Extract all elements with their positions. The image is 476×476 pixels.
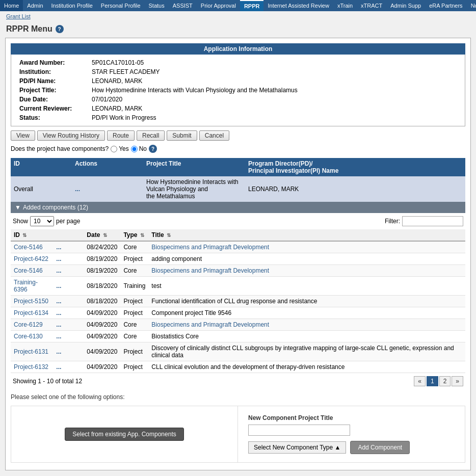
col-actions: Actions: [75, 160, 146, 174]
comp-actions[interactable]: ...: [53, 241, 84, 253]
comp-id[interactable]: Project-6134: [11, 307, 53, 319]
comp-actions[interactable]: ...: [53, 307, 84, 319]
component-title-link[interactable]: Biospecimens and Primagraft Development: [151, 244, 269, 251]
nav-item-non-research[interactable]: Non-Research: [467, 0, 476, 11]
comp-id[interactable]: Project-5150: [11, 296, 53, 307]
page-title: RPPR Menu: [6, 24, 52, 34]
app-info-field-label: Institution:: [17, 68, 89, 76]
comp-actions[interactable]: ...: [53, 253, 84, 265]
pagination-next[interactable]: »: [452, 376, 463, 386]
comp-id[interactable]: Core-5146: [11, 241, 53, 253]
nav-item-status[interactable]: Status: [145, 0, 169, 11]
nav-item-prior-approval[interactable]: Prior Approval: [197, 0, 240, 11]
app-info-body: Award Number:5P01CA170101-05Institution:…: [11, 55, 465, 126]
comp-title[interactable]: Biospecimens and Primagraft Development: [148, 265, 465, 277]
add-component-btn[interactable]: Add Component: [350, 441, 410, 454]
components-help-icon[interactable]: ?: [149, 145, 157, 153]
comp-id[interactable]: Project-6422: [11, 253, 53, 265]
radio-yes[interactable]: [111, 146, 117, 152]
th-title[interactable]: Title ⇅: [148, 229, 465, 241]
app-info-field-label: PD/PI Name:: [17, 77, 89, 85]
select-type-btn[interactable]: Select New Component Type ▲: [248, 441, 346, 454]
radio-no-text: No: [139, 145, 147, 152]
table-row: Core-6129 ... 04/09/2020 Core Biospecime…: [11, 319, 465, 331]
route-button[interactable]: Route: [107, 130, 135, 141]
pagination-prev[interactable]: «: [414, 376, 426, 386]
th-type[interactable]: Type ⇅: [120, 229, 148, 241]
bottom-prompt: Please select one of the following optio…: [11, 393, 124, 401]
view-routing-history-button[interactable]: View Routing History: [37, 130, 105, 141]
table-row: Project-5150 ... 08/18/2020 Project Func…: [11, 296, 465, 307]
new-component-label: New Component Project Title: [248, 414, 455, 421]
comp-actions[interactable]: ...: [53, 296, 84, 307]
nav-item-home[interactable]: Home: [0, 0, 23, 11]
nav-item-personal-profile[interactable]: Personal Profile: [97, 0, 145, 11]
view-button[interactable]: View: [11, 130, 35, 141]
comp-title[interactable]: Biospecimens and Primagraft Development: [148, 241, 465, 253]
comp-type: Project: [120, 307, 148, 319]
radio-no-label[interactable]: No: [131, 145, 147, 152]
component-title-link[interactable]: Biospecimens and Primagraft Development: [151, 321, 269, 328]
app-info-row: Current Reviewer:LEONARD, MARK: [17, 104, 459, 113]
comp-title: CLL clinical evolution and the developme…: [148, 361, 465, 373]
cancel-button[interactable]: Cancel: [199, 130, 229, 141]
comp-actions[interactable]: ...: [53, 277, 84, 296]
comp-actions[interactable]: ...: [53, 265, 84, 277]
nav-item-era-partners[interactable]: eRA Partners: [425, 0, 466, 11]
app-info-row: Project Title:How Hystomedinine Interact…: [17, 86, 459, 94]
submit-button[interactable]: Submit: [167, 130, 197, 141]
app-info-row: Due Date:07/01/2020: [17, 95, 459, 103]
nav-item-assist[interactable]: ASSIST: [169, 0, 197, 11]
app-info-section: Application Information Award Number:5P0…: [11, 43, 465, 126]
select-existing-btn[interactable]: Select from existing App. Components: [65, 428, 183, 441]
bottom-options-row: Select from existing App. Components New…: [11, 406, 465, 463]
comp-type: Project: [120, 361, 148, 373]
nav-item-admin-supp[interactable]: Admin Supp: [386, 0, 425, 11]
comp-actions[interactable]: ...: [53, 342, 84, 361]
comp-id[interactable]: Core-6130: [11, 331, 53, 342]
per-page-select[interactable]: 102550100: [30, 216, 54, 226]
help-icon[interactable]: ?: [56, 25, 64, 33]
radio-no[interactable]: [131, 146, 138, 152]
recall-button[interactable]: Recall: [137, 130, 165, 141]
app-info-field-label: Current Reviewer:: [17, 104, 89, 113]
show-left: Show 102550100 per page: [13, 216, 80, 226]
overall-actions[interactable]: ...: [75, 186, 146, 193]
comp-actions[interactable]: ...: [53, 331, 84, 342]
filter-input[interactable]: [402, 216, 463, 226]
comp-id[interactable]: Project-6132: [11, 361, 53, 373]
comp-id[interactable]: Training-6396: [11, 277, 53, 296]
comp-date: 08/19/2020: [84, 253, 120, 265]
show-filter-row: Show 102550100 per page Filter:: [11, 213, 465, 229]
new-component-input[interactable]: [248, 425, 350, 436]
breadcrumb-link[interactable]: Grant List: [6, 13, 31, 19]
th-id[interactable]: ID ⇅: [11, 229, 53, 241]
table-row: Project-6132 ... 04/09/2020 Project CLL …: [11, 361, 465, 373]
nav-item-internet-assisted-review[interactable]: Internet Assisted Review: [263, 0, 333, 11]
comp-id[interactable]: Core-6129: [11, 319, 53, 331]
component-title-link[interactable]: Biospecimens and Primagraft Development: [151, 267, 269, 274]
nav-item-xtract[interactable]: xTRACT: [357, 0, 386, 11]
pagination-page-1[interactable]: 1: [427, 376, 438, 386]
pagination-page-2[interactable]: 2: [439, 376, 451, 386]
comp-id[interactable]: Core-5146: [11, 265, 53, 277]
th-date[interactable]: Date ⇅: [84, 229, 120, 241]
comp-title[interactable]: Biospecimens and Primagraft Development: [148, 319, 465, 331]
app-info-row: PD/PI Name:LEONARD, MARK: [17, 77, 459, 85]
radio-yes-label[interactable]: Yes: [111, 145, 129, 152]
table-row: Core-5146 ... 08/19/2020 Core Biospecime…: [11, 265, 465, 277]
radio-yes-text: Yes: [119, 145, 129, 152]
comp-table-header-row: ID ⇅ Date ⇅ Type ⇅ Title ⇅: [11, 229, 465, 241]
comp-actions[interactable]: ...: [53, 361, 84, 373]
comp-actions[interactable]: ...: [53, 319, 84, 331]
breadcrumb[interactable]: Grant List: [0, 11, 476, 21]
nav-item-admin[interactable]: Admin: [23, 0, 47, 11]
comp-id[interactable]: Project-6131: [11, 342, 53, 361]
bottom-options: Please select one of the following optio…: [11, 389, 465, 465]
nav-item-xtrain[interactable]: xTrain: [333, 0, 357, 11]
comp-date: 04/09/2020: [84, 319, 120, 331]
top-nav: HomeAdminInstitution ProfilePersonal Pro…: [0, 0, 476, 11]
nav-item-institution-profile[interactable]: Institution Profile: [47, 0, 97, 11]
nav-item-rppr[interactable]: RPPR: [240, 0, 264, 11]
added-components-label: Added components (12): [23, 204, 88, 211]
